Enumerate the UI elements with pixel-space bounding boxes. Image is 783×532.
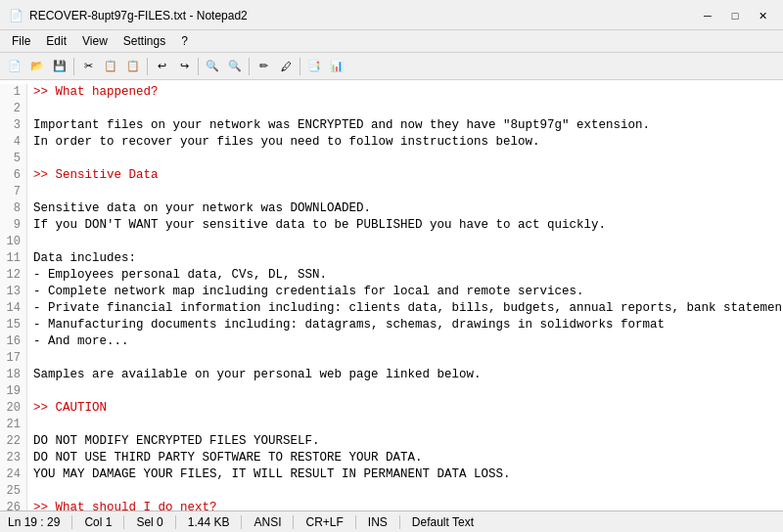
line: 9If you DON'T WANT your sensitive data t… (0, 217, 783, 234)
line-number: 15 (0, 317, 27, 333)
line-number: 2 (0, 101, 27, 117)
line: 6>> Sensitive Data (0, 167, 783, 184)
toolbar-extra2[interactable]: 📊 (326, 56, 347, 77)
status-sel: Sel 0 (124, 515, 175, 529)
line-content: - Manufacturing documents including: dat… (33, 317, 665, 333)
toolbar-new[interactable]: 📄 (4, 56, 25, 77)
status-encoding: ANSI (242, 515, 294, 529)
line-content: Sensitive data on your network was DOWNL… (33, 200, 371, 217)
toolbar-cut[interactable]: ✂ (77, 56, 99, 77)
toolbar-undo[interactable]: ↩ (151, 56, 172, 77)
line-number: 12 (0, 267, 27, 284)
toolbar: 📄 📂 💾 ✂ 📋 📋 ↩ ↪ 🔍 🔍 ✏ 🖊 📑 📊 (0, 53, 783, 80)
toolbar-separator-1 (73, 58, 74, 75)
line-number: 3 (0, 117, 27, 134)
line-number: 4 (0, 134, 27, 151)
text-area[interactable]: 1>> What happened?23Important files on y… (0, 80, 783, 510)
line-number: 18 (0, 367, 27, 383)
line-content: YOU MAY DAMAGE YOUR FILES, IT WILL RESUL… (33, 466, 511, 483)
line-number: 16 (0, 333, 27, 350)
status-line-ending: CR+LF (294, 515, 355, 529)
toolbar-replace[interactable]: 🔍 (224, 56, 246, 77)
toolbar-copy[interactable]: 📋 (100, 56, 121, 77)
line-number: 1 (0, 84, 27, 101)
maximize-button[interactable]: □ (722, 6, 748, 25)
line: 16- And more... (0, 333, 783, 350)
line: 2 (0, 101, 783, 117)
line: 15- Manufacturing documents including: d… (0, 317, 783, 333)
menu-edit[interactable]: Edit (38, 32, 74, 50)
line-content: >> Sensitive Data (33, 167, 159, 184)
toolbar-format1[interactable]: ✏ (253, 56, 274, 77)
line-content: DO NOT MODIFY ENCRYPTED FILES YOURSELF. (33, 433, 320, 450)
window-title: RECOVER-8upt97g-FILES.txt - Notepad2 (29, 9, 248, 22)
line-content: If you DON'T WANT your sensitive data to… (33, 217, 606, 234)
status-position: Ln 19 : 29 (8, 515, 72, 529)
line-number: 25 (0, 483, 27, 500)
line-number: 11 (0, 250, 27, 267)
line: 7 (0, 184, 783, 200)
line-content: - Employees personal data, CVs, DL, SSN. (33, 267, 327, 284)
toolbar-separator-4 (249, 58, 250, 75)
menu-bar: File Edit View Settings ? (0, 30, 783, 53)
status-size: 1.44 KB (176, 515, 243, 529)
line-number: 5 (0, 151, 27, 167)
menu-file[interactable]: File (4, 32, 38, 50)
line: 20>> CAUTION (0, 400, 783, 417)
line-number: 21 (0, 417, 27, 433)
toolbar-paste[interactable]: 📋 (122, 56, 144, 77)
line: 24YOU MAY DAMAGE YOUR FILES, IT WILL RES… (0, 466, 783, 483)
line-content: - Complete network map including credent… (33, 284, 584, 300)
toolbar-find[interactable]: 🔍 (202, 56, 223, 77)
line-number: 6 (0, 167, 27, 184)
menu-help[interactable]: ? (173, 32, 196, 50)
line-number: 19 (0, 383, 27, 400)
line: 4In order to recover your files you need… (0, 134, 783, 151)
line-number: 14 (0, 300, 27, 317)
line-number: 26 (0, 500, 27, 510)
toolbar-redo[interactable]: ↪ (173, 56, 195, 77)
line-content: - Private financial information includin… (33, 300, 783, 317)
line: 13- Complete network map including crede… (0, 284, 783, 300)
menu-view[interactable]: View (74, 32, 115, 50)
line: 11Data includes: (0, 250, 783, 267)
line: 25 (0, 483, 783, 500)
line: 19 (0, 383, 783, 400)
line: 8Sensitive data on your network was DOWN… (0, 200, 783, 217)
line: 3Important files on your network was ENC… (0, 117, 783, 134)
line-content: Important files on your network was ENCR… (33, 117, 650, 134)
line-content: In order to recover your files you need … (33, 134, 540, 151)
line-number: 9 (0, 217, 27, 234)
status-col: Col 1 (72, 515, 124, 529)
line: 21 (0, 417, 783, 433)
toolbar-extra1[interactable]: 📑 (303, 56, 325, 77)
minimize-button[interactable]: ─ (695, 6, 720, 25)
line-number: 8 (0, 200, 27, 217)
title-bar: 📄 RECOVER-8upt97g-FILES.txt - Notepad2 ─… (0, 0, 783, 30)
toolbar-separator-3 (198, 58, 199, 75)
title-bar-controls: ─ □ ✕ (695, 6, 775, 25)
line: 5 (0, 151, 783, 167)
line-content: >> What happened? (33, 84, 159, 101)
status-mode: INS (356, 515, 400, 529)
toolbar-save[interactable]: 💾 (49, 56, 70, 77)
line-number: 24 (0, 466, 27, 483)
line: 26>> What should I do next? (0, 500, 783, 510)
line-number: 10 (0, 234, 27, 250)
line-content: DO NOT USE THIRD PARTY SOFTWARE TO RESTO… (33, 450, 423, 466)
close-button[interactable]: ✕ (750, 6, 775, 25)
menu-settings[interactable]: Settings (115, 32, 173, 50)
toolbar-format2[interactable]: 🖊 (275, 56, 297, 77)
line-number: 7 (0, 184, 27, 200)
line: 12- Employees personal data, CVs, DL, SS… (0, 267, 783, 284)
status-bar: Ln 19 : 29 Col 1 Sel 0 1.44 KB ANSI CR+L… (0, 510, 783, 532)
line-content: Samples are available on your personal w… (33, 367, 482, 383)
line: 23DO NOT USE THIRD PARTY SOFTWARE TO RES… (0, 450, 783, 466)
toolbar-open[interactable]: 📂 (26, 56, 48, 77)
line: 18Samples are available on your personal… (0, 367, 783, 383)
line-number: 20 (0, 400, 27, 417)
line: 10 (0, 234, 783, 250)
status-scheme: Default Text (400, 515, 485, 529)
line-content: >> What should I do next? (33, 500, 217, 510)
line-content: - And more... (33, 333, 129, 350)
